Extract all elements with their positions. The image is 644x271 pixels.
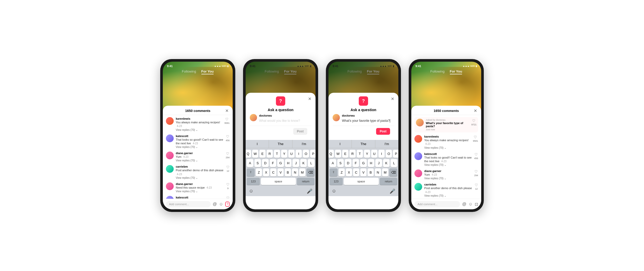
view-replies[interactable]: View replies (70) ⌄ [424, 146, 471, 149]
emoji-icon-4[interactable]: ☺ [469, 202, 473, 206]
emoji-icon-1[interactable]: ☺ [219, 202, 223, 206]
view-replies[interactable]: View replies (70) ⌄ [424, 163, 472, 166]
key-u[interactable]: U [288, 150, 295, 158]
question-text-3[interactable]: What's your favorite type of pasta? [342, 119, 390, 123]
view-replies[interactable]: View replies (70) ⌄ [424, 177, 472, 180]
key-q-3[interactable]: Q [328, 150, 334, 158]
key-h[interactable]: H [285, 159, 292, 167]
key-backspace-3[interactable]: ⌫ [389, 168, 397, 176]
heart-icon-pinned[interactable]: ♡ [472, 119, 475, 123]
key-z[interactable]: Z [256, 168, 262, 176]
key-y-3[interactable]: Y [364, 150, 370, 158]
view-replies[interactable]: View replies (70) ⌄ [176, 146, 224, 148]
key-z-3[interactable]: Z [339, 168, 345, 176]
post-button-2[interactable]: Post [293, 128, 307, 135]
key-c-3[interactable]: C [353, 168, 359, 176]
key-p[interactable]: P [310, 150, 316, 158]
key-space[interactable]: space [261, 178, 296, 185]
suggestion-the-2[interactable]: The [269, 140, 292, 148]
key-g-3[interactable]: G [360, 159, 367, 167]
key-return[interactable]: return [297, 178, 314, 185]
key-t[interactable]: T [274, 150, 280, 158]
close-comments-1[interactable]: ✕ [225, 108, 229, 113]
key-v-3[interactable]: V [360, 168, 367, 176]
key-g[interactable]: G [277, 159, 284, 167]
key-s[interactable]: S [254, 159, 261, 167]
key-w-3[interactable]: W [335, 150, 341, 158]
heart-icon[interactable]: ♡ [226, 134, 229, 139]
view-replies[interactable]: View replies (70) ⌄ [424, 194, 473, 197]
key-b[interactable]: B [285, 168, 291, 176]
key-return-3[interactable]: return [380, 178, 397, 185]
key-123[interactable]: 123 [247, 178, 260, 185]
suggestion-i-3[interactable]: I [328, 140, 352, 148]
key-t-3[interactable]: T [357, 150, 363, 158]
key-m-3[interactable]: M [382, 168, 388, 176]
heart-icon[interactable]: ♡ [474, 135, 477, 139]
key-u-3[interactable]: U [371, 150, 377, 158]
key-r-3[interactable]: R [349, 150, 356, 158]
view-replies[interactable]: View replies (70) ⌄ [176, 190, 224, 193]
key-o-3[interactable]: O [386, 150, 392, 158]
key-k[interactable]: K [300, 159, 307, 167]
key-d[interactable]: D [262, 159, 269, 167]
key-n-3[interactable]: N [375, 168, 381, 176]
key-e-3[interactable]: E [342, 150, 348, 158]
key-q[interactable]: Q [246, 150, 251, 158]
key-shift[interactable]: ⇧ [247, 168, 255, 176]
key-x-3[interactable]: X [346, 168, 352, 176]
at-icon-4[interactable]: @ [462, 202, 466, 206]
question-icon-btn-1[interactable]: ? [225, 202, 230, 207]
heart-icon[interactable]: ♡ [226, 196, 230, 199]
modal-close-3[interactable]: ✕ [391, 96, 394, 101]
tab-foryou-4[interactable]: For You [450, 69, 462, 74]
view-replies[interactable]: View replies (70) ⌄ [176, 129, 222, 131]
modal-close-2[interactable]: ✕ [308, 96, 311, 101]
key-o[interactable]: O [303, 150, 309, 158]
heart-icon[interactable]: ♡ [474, 169, 478, 174]
key-a-3[interactable]: A [330, 159, 336, 167]
key-j[interactable]: J [292, 159, 299, 167]
key-v[interactable]: V [277, 168, 284, 176]
tab-foryou-1[interactable]: For You [201, 69, 214, 74]
key-m[interactable]: M [299, 168, 305, 176]
suggestion-im-2[interactable]: I'm [292, 140, 316, 148]
key-p-3[interactable]: P [393, 150, 398, 158]
key-e[interactable]: E [259, 150, 266, 158]
key-d-3[interactable]: D [345, 159, 352, 167]
key-l-3[interactable]: L [391, 159, 397, 167]
key-n[interactable]: N [292, 168, 298, 176]
key-backspace[interactable]: ⌫ [306, 168, 314, 176]
key-i-3[interactable]: I [378, 150, 385, 158]
key-c[interactable]: C [270, 168, 276, 176]
key-b-3[interactable]: B [368, 168, 374, 176]
key-f-3[interactable]: F [353, 159, 359, 167]
view-replies[interactable]: View replies (70) ⌄ [176, 176, 224, 179]
key-r[interactable]: R [267, 150, 273, 158]
emoji-keyboard-icon-2[interactable]: ☺ [249, 188, 253, 194]
key-j-3[interactable]: J [375, 159, 382, 167]
suggestion-i-2[interactable]: I [246, 140, 269, 148]
tab-following-4[interactable]: Following [430, 69, 445, 74]
heart-icon[interactable]: ♡ [225, 117, 229, 121]
at-icon-1[interactable]: @ [213, 202, 217, 206]
post-button-3[interactable]: Post [376, 128, 390, 135]
comment-input-4[interactable]: Add comment... [414, 201, 460, 207]
key-s-3[interactable]: S [337, 159, 344, 167]
key-shift-3[interactable]: ⇧ [330, 168, 338, 176]
mic-icon-3[interactable]: 🎤 [390, 188, 395, 194]
comment-input-1[interactable]: Add comment... [166, 201, 211, 207]
emoji-keyboard-icon-3[interactable]: ☺ [332, 188, 336, 194]
tab-following-1[interactable]: Following [182, 69, 196, 74]
heart-icon[interactable]: ♡ [226, 182, 230, 187]
key-l[interactable]: L [308, 159, 314, 167]
heart-icon[interactable]: ♡ [226, 152, 229, 156]
key-y[interactable]: Y [281, 150, 287, 158]
key-space-3[interactable]: space [344, 178, 379, 185]
key-k-3[interactable]: K [383, 159, 390, 167]
heart-icon[interactable]: ♡ [226, 165, 230, 169]
suggestion-the-3[interactable]: The [352, 140, 375, 148]
view-replies[interactable]: View replies (70) ⌄ [176, 159, 224, 162]
key-f[interactable]: F [270, 159, 276, 167]
heart-icon[interactable]: ♡ [475, 183, 478, 187]
